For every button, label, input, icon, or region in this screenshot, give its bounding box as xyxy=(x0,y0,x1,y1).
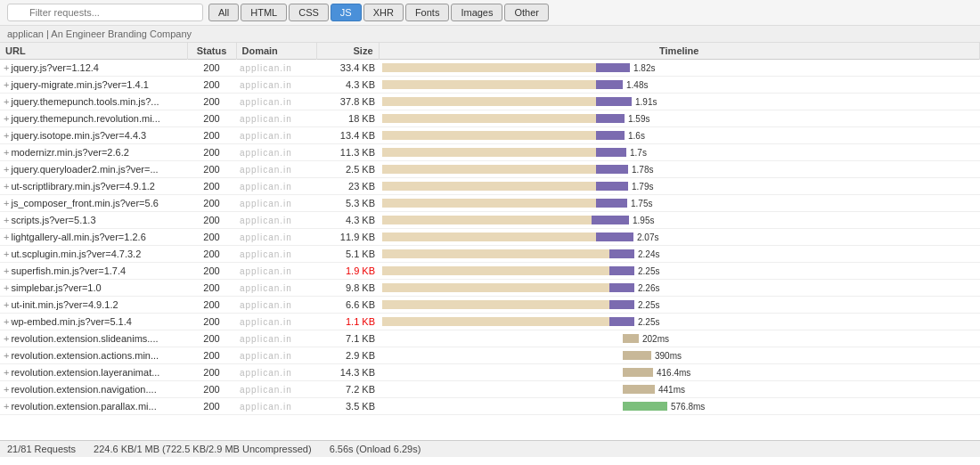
cell-timeline: 441ms xyxy=(379,381,980,398)
filter-btn-fonts[interactable]: Fonts xyxy=(405,4,450,21)
cell-timeline: 390ms xyxy=(379,347,980,364)
table-row[interactable]: +ut-scriptlibrary.min.js?ver=4.9.1.2200a… xyxy=(0,178,980,195)
cell-status: 200 xyxy=(187,330,236,347)
timeline-bar-purple xyxy=(596,199,627,208)
cell-timeline: 2.07s xyxy=(379,229,980,246)
expand-icon[interactable]: + xyxy=(4,249,9,259)
expand-icon[interactable]: + xyxy=(4,215,9,225)
timeline-label: 202ms xyxy=(642,334,669,344)
table-row[interactable]: +wp-embed.min.js?ver=5.1.4200applican.in… xyxy=(0,314,980,330)
timeline-label: 2.24s xyxy=(638,249,659,259)
table-row[interactable]: +simplebar.js?ver=1.0200applican.in9.8 K… xyxy=(0,280,980,297)
cell-status: 200 xyxy=(187,229,236,246)
cell-url: +revolution.extension.navigation.... xyxy=(0,381,187,398)
table-row[interactable]: +ut-init.min.js?ver=4.9.1.2200applican.i… xyxy=(0,297,980,314)
table-row[interactable]: +revolution.extension.parallax.mi...200a… xyxy=(0,398,980,415)
timeline-bar-bg xyxy=(382,63,596,72)
expand-icon[interactable]: + xyxy=(4,130,9,141)
cell-domain: applican.in xyxy=(236,110,316,127)
expand-icon[interactable]: + xyxy=(4,62,9,73)
table-row[interactable]: +revolution.extension.slideanims....200a… xyxy=(0,330,980,347)
table-row[interactable]: +jquery.themepunch.tools.min.js?...200ap… xyxy=(0,94,980,110)
table-row[interactable]: +superfish.min.js?ver=1.7.4200applican.i… xyxy=(0,263,980,280)
filter-btn-all[interactable]: All xyxy=(208,4,239,21)
timeline-bar-bg xyxy=(382,266,609,275)
table-row[interactable]: +jquery-migrate.min.js?ver=1.4.1200appli… xyxy=(0,77,980,94)
timeline-label: 2.25s xyxy=(638,300,659,310)
expand-icon[interactable]: + xyxy=(4,113,9,124)
cell-status: 200 xyxy=(187,94,236,110)
filter-btn-xhr[interactable]: XHR xyxy=(363,4,404,21)
col-header-status[interactable]: Status xyxy=(187,43,236,60)
col-header-domain[interactable]: Domain xyxy=(236,43,316,60)
cell-size: 9.8 KB xyxy=(316,280,379,297)
cell-size: 4.3 KB xyxy=(316,212,379,229)
expand-icon[interactable]: + xyxy=(4,232,9,242)
table-row[interactable]: +jquery.isotope.min.js?ver=4.4.3200appli… xyxy=(0,127,980,144)
col-header-timeline[interactable]: Timeline xyxy=(379,43,980,60)
col-header-url[interactable]: URL xyxy=(0,43,187,60)
cell-status: 200 xyxy=(187,60,236,77)
expand-icon[interactable]: + xyxy=(4,384,9,395)
table-row[interactable]: +modernizr.min.js?ver=2.6.2200applican.i… xyxy=(0,144,980,161)
expand-icon[interactable]: + xyxy=(4,164,9,175)
expand-icon[interactable]: + xyxy=(4,333,9,344)
timeline-bar-bg xyxy=(382,97,596,106)
table-row[interactable]: +js_composer_front.min.js?ver=5.6200appl… xyxy=(0,195,980,212)
cell-timeline: 1.95s xyxy=(379,212,980,229)
requests-table: URL Status Domain Size Timeline +jquery.… xyxy=(0,43,980,415)
cell-domain: applican.in xyxy=(236,161,316,178)
cell-domain: applican.in xyxy=(236,94,316,110)
expand-icon[interactable]: + xyxy=(4,282,9,293)
table-row[interactable]: +scripts.js?ver=5.1.3200applican.in4.3 K… xyxy=(0,212,980,229)
timeline-bar-purple xyxy=(609,283,634,292)
table-row[interactable]: +ut.scplugin.min.js?ver=4.7.3.2200applic… xyxy=(0,246,980,263)
table-row[interactable]: +jquery.js?ver=1.12.4200applican.in33.4 … xyxy=(0,60,980,77)
cell-url: +scripts.js?ver=5.1.3 xyxy=(0,212,187,229)
cell-size: 5.1 KB xyxy=(316,246,379,263)
cell-url: +revolution.extension.actions.min... xyxy=(0,347,187,364)
table-row[interactable]: +revolution.extension.navigation....200a… xyxy=(0,381,980,398)
expand-icon[interactable]: + xyxy=(4,316,9,327)
expand-icon[interactable]: + xyxy=(4,299,9,310)
filter-btn-html[interactable]: HTML xyxy=(241,4,287,21)
table-row[interactable]: +jquery.themepunch.revolution.mi...200ap… xyxy=(0,110,980,127)
cell-status: 200 xyxy=(187,246,236,263)
cell-size: 18 KB xyxy=(316,110,379,127)
expand-icon[interactable]: + xyxy=(4,79,9,90)
expand-icon[interactable]: + xyxy=(4,181,9,192)
filter-btn-js[interactable]: JS xyxy=(331,4,362,21)
filter-btn-css[interactable]: CSS xyxy=(289,4,329,21)
table-row[interactable]: +lightgallery-all.min.js?ver=1.2.6200app… xyxy=(0,229,980,246)
timeline-bar-purple xyxy=(596,97,632,106)
timeline-bar-bg xyxy=(382,148,596,157)
col-header-size[interactable]: Size xyxy=(316,43,379,60)
expand-icon[interactable]: + xyxy=(4,96,9,107)
table-row[interactable]: +revolution.extension.actions.min...200a… xyxy=(0,347,980,364)
expand-icon[interactable]: + xyxy=(4,265,9,276)
filter-btn-other[interactable]: Other xyxy=(504,4,549,21)
cell-url: +revolution.extension.parallax.mi... xyxy=(0,398,187,415)
requests-table-wrap[interactable]: URL Status Domain Size Timeline +jquery.… xyxy=(0,43,980,440)
url-text: revolution.extension.navigation.... xyxy=(11,384,156,395)
expand-icon[interactable]: + xyxy=(4,147,9,158)
url-text: revolution.extension.parallax.mi... xyxy=(11,401,156,412)
status-size: 224.6 KB/1 MB (722.5 KB/2.9 MB Uncompres… xyxy=(94,444,312,454)
cell-size: 1.1 KB xyxy=(316,314,379,330)
timeline-bar-bg xyxy=(382,317,609,326)
timeline-label: 1.48s xyxy=(626,80,648,90)
cell-domain: applican.in xyxy=(236,297,316,314)
url-text: ut.scplugin.min.js?ver=4.7.3.2 xyxy=(11,249,141,259)
cell-status: 200 xyxy=(187,314,236,330)
table-row[interactable]: +revolution.extension.layeranimat...200a… xyxy=(0,364,980,381)
cell-domain: applican.in xyxy=(236,398,316,415)
expand-icon[interactable]: + xyxy=(4,350,9,361)
table-row[interactable]: +jquery.queryloader2.min.js?ver=...200ap… xyxy=(0,161,980,178)
timeline-label: 1.82s xyxy=(633,63,655,73)
expand-icon[interactable]: + xyxy=(4,198,9,208)
filter-btn-images[interactable]: Images xyxy=(451,4,502,21)
filter-input[interactable] xyxy=(7,4,203,21)
expand-icon[interactable]: + xyxy=(4,401,9,412)
expand-icon[interactable]: + xyxy=(4,367,9,378)
timeline-bar-green xyxy=(623,402,667,411)
